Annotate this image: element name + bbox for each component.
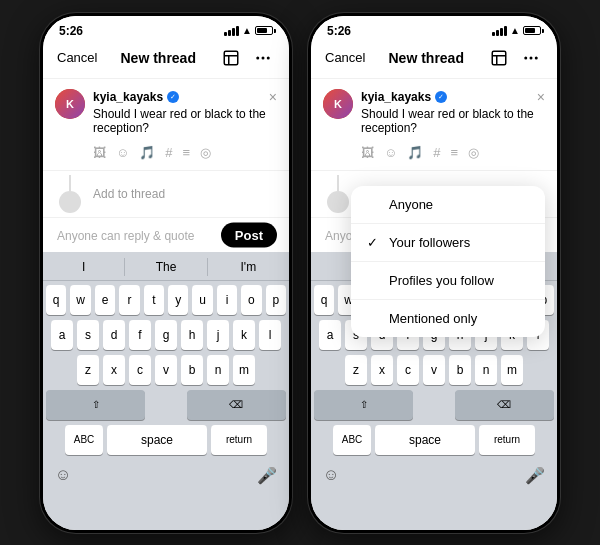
key-t-p1-row1[interactable]: t [144,285,164,315]
key-row-2-3: zxcvbnm [314,355,554,385]
compose-text-2[interactable]: Should I wear red or black to the recept… [361,107,545,135]
key-j-p1-row2[interactable]: j [207,320,229,350]
cancel-button-2[interactable]: Cancel [325,50,365,65]
key-p-p1-row1[interactable]: p [266,285,286,315]
battery-icon-1 [255,26,273,35]
key-n-p2-row3[interactable]: n [475,355,497,385]
key-n-p1-row3[interactable]: n [207,355,229,385]
close-btn-1[interactable]: × [269,89,277,105]
dictate-icon-2[interactable]: 🎤 [525,466,545,485]
key-r-p1-row1[interactable]: r [119,285,139,315]
compose-content-1: kyia_kayaks ✓ × Should I wear red or bla… [93,89,277,164]
thread-title-2: New thread [389,50,464,66]
key-b-p1-row3[interactable]: b [181,355,203,385]
key-v-p2-row3[interactable]: v [423,355,445,385]
dropdown-item-profiles[interactable]: Profiles you follow [351,262,545,300]
hash-icon-1[interactable]: # [165,145,172,160]
avatar-1: K [55,89,85,119]
key-z-p2-row3[interactable]: z [345,355,367,385]
mic-icon-1[interactable]: 🎵 [139,145,155,160]
key-u-p1-row1[interactable]: u [192,285,212,315]
key-s-p1-row2[interactable]: s [77,320,99,350]
key-m-p2-row3[interactable]: m [501,355,523,385]
abc-key-1[interactable]: ABC [65,425,103,455]
draft-icon-2[interactable] [487,46,511,70]
key-w-p1-row1[interactable]: w [70,285,90,315]
cancel-button-1[interactable]: Cancel [57,50,97,65]
keyboard-rows-1: qwertyuiop asdfghjkl zxcvbnm ⇧ ⌫ ABC spa… [43,281,289,462]
suggestion-1-2[interactable]: The [125,258,207,276]
list-icon-1[interactable]: ≡ [183,145,191,160]
key-a-p2-row2[interactable]: a [319,320,341,350]
more-icon-2[interactable] [519,46,543,70]
key-h-p1-row2[interactable]: h [181,320,203,350]
compose-text-1[interactable]: Should I wear red or black to the recept… [93,107,277,135]
phones-container: 5:26 ▲ Cancel New thread [40,13,560,533]
key-k-p1-row2[interactable]: k [233,320,255,350]
svg-rect-0 [224,51,238,65]
dropdown-item-followers[interactable]: ✓ Your followers [351,224,545,262]
location-icon-1[interactable]: ◎ [200,145,211,160]
key-g-p1-row2[interactable]: g [155,320,177,350]
image-icon-1[interactable]: 🖼 [93,145,106,160]
dropdown-item-mentioned[interactable]: Mentioned only [351,300,545,337]
gif-icon-1[interactable]: ☺ [116,145,129,160]
gif-icon-2[interactable]: ☺ [384,145,397,160]
location-icon-2[interactable]: ◎ [468,145,479,160]
dictate-icon-1[interactable]: 🎤 [257,466,277,485]
reply-dropdown[interactable]: Anyone ✓ Your followers Profiles you fol… [351,186,545,337]
key-q-p1-row1[interactable]: q [46,285,66,315]
close-btn-2[interactable]: × [537,89,545,105]
header-icons-1 [219,46,275,70]
key-y-p1-row1[interactable]: y [168,285,188,315]
hash-icon-2[interactable]: # [433,145,440,160]
compose-toolbar-1: 🖼 ☺ 🎵 # ≡ ◎ [93,141,277,164]
key-b-p2-row3[interactable]: b [449,355,471,385]
mic-icon-2[interactable]: 🎵 [407,145,423,160]
key-row-1-4: ⇧ ⌫ [46,390,286,420]
shift-key-1[interactable]: ⇧ [46,390,145,420]
reply-bar-1: Anyone can reply & quote Post [43,217,289,252]
key-z-p1-row3[interactable]: z [77,355,99,385]
key-l-p1-row2[interactable]: l [259,320,281,350]
key-x-p2-row3[interactable]: x [371,355,393,385]
key-e-p1-row1[interactable]: e [95,285,115,315]
post-button-1[interactable]: Post [221,222,277,247]
space-key-2[interactable]: space [375,425,475,455]
phone-2: 5:26 ▲ Cancel New thread [308,13,560,533]
suggestion-1-3[interactable]: I'm [208,258,289,276]
delete-key-1[interactable]: ⌫ [187,390,286,420]
return-key-2[interactable]: return [479,425,535,455]
shift-key-2[interactable]: ⇧ [314,390,413,420]
image-icon-2[interactable]: 🖼 [361,145,374,160]
more-icon-1[interactable] [251,46,275,70]
space-key-1[interactable]: space [107,425,207,455]
dropdown-item-anyone[interactable]: Anyone [351,186,545,224]
emoji-icon-2[interactable]: ☺ [323,466,339,484]
status-time-2: 5:26 [327,24,351,38]
key-q-p2-row1[interactable]: q [314,285,334,315]
key-c-p2-row3[interactable]: c [397,355,419,385]
list-icon-2[interactable]: ≡ [451,145,459,160]
key-c-p1-row3[interactable]: c [129,355,151,385]
key-row-2-4: ⇧ ⌫ [314,390,554,420]
key-v-p1-row3[interactable]: v [155,355,177,385]
key-x-p1-row3[interactable]: x [103,355,125,385]
key-d-p1-row2[interactable]: d [103,320,125,350]
draft-icon-1[interactable] [219,46,243,70]
emoji-icon-1[interactable]: ☺ [55,466,71,484]
status-bar-1: 5:26 ▲ [43,16,289,42]
return-key-1[interactable]: return [211,425,267,455]
dropdown-label-profiles: Profiles you follow [389,273,494,288]
suggestion-1-1[interactable]: I [43,258,125,276]
abc-key-2[interactable]: ABC [333,425,371,455]
svg-point-3 [256,56,259,59]
key-a-p1-row2[interactable]: a [51,320,73,350]
key-m-p1-row3[interactable]: m [233,355,255,385]
key-i-p1-row1[interactable]: i [217,285,237,315]
status-icons-2: ▲ [492,25,541,36]
key-f-p1-row2[interactable]: f [129,320,151,350]
delete-key-2[interactable]: ⌫ [455,390,554,420]
add-thread-1[interactable]: Add to thread [93,183,165,205]
key-o-p1-row1[interactable]: o [241,285,261,315]
